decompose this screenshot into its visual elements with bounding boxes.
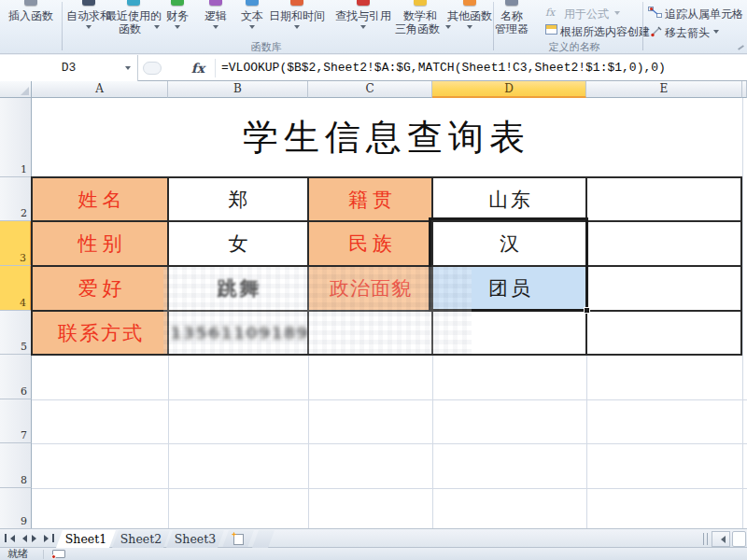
autosum-icon [82, 0, 95, 6]
dropdown-arrow-icon[interactable] [294, 25, 300, 32]
trace-dependents-icon [648, 7, 662, 18]
cell-c2[interactable]: 籍贯 [308, 177, 432, 221]
column-header-a[interactable]: A [32, 81, 168, 98]
cell-c3[interactable]: 民族 [308, 221, 432, 266]
dropdown-arrow-icon[interactable] [213, 25, 218, 32]
status-bar: 就绪 [0, 547, 747, 560]
excel-window: 插入函数 自动求和 最近使用的 函数 财务 逻辑 文本 日期和时间 查找与引用 … [0, 0, 747, 560]
table-border [31, 265, 742, 267]
recently-used-icon [127, 0, 140, 6]
cell-e2[interactable] [586, 177, 742, 221]
insert-worksheet-button[interactable] [222, 530, 254, 548]
name-box-dropdown-icon[interactable] [125, 66, 131, 73]
tab-ghost [252, 530, 275, 548]
dropdown-arrow-icon[interactable] [154, 25, 160, 32]
first-sheet-button[interactable] [4, 532, 16, 544]
cell-a5[interactable]: 联系方式 [32, 311, 168, 355]
previous-sheet-button[interactable] [17, 532, 29, 544]
cell-b3[interactable]: 女 [168, 221, 308, 266]
cell-c4[interactable]: 政治面貌 [308, 266, 432, 311]
cell-b4[interactable]: 跳舞 [168, 266, 308, 311]
dropdown-arrow-icon[interactable] [445, 25, 451, 32]
financial-icon [171, 0, 184, 6]
cell-b5-text: 13561109189 [170, 323, 309, 343]
formula-bar: D3 fx =VLOOKUP($B$2,Sheet2!$A:$G,MATCH(S… [0, 54, 747, 81]
dropdown-arrow-icon[interactable] [467, 25, 472, 32]
column-header-c[interactable]: C [308, 81, 432, 98]
row-header-6[interactable]: 6 [0, 355, 32, 399]
dropdown-arrow-icon[interactable] [360, 25, 366, 32]
table-border [31, 176, 742, 178]
remove-arrows-button[interactable]: 移去箭头 [665, 25, 712, 41]
cell-d2[interactable]: 山东 [432, 177, 586, 221]
trace-dependents-button[interactable]: 追踪从属单元格 [665, 7, 747, 22]
use-in-formula-icon: fx [545, 7, 558, 18]
merged-title-cell[interactable]: 学生信息查询表 [32, 98, 741, 176]
cell-b2[interactable]: 郑 [168, 177, 308, 221]
column-header-e[interactable]: E [586, 81, 742, 98]
gridline [742, 98, 743, 528]
tab-sheet2[interactable]: Sheet2 [112, 530, 170, 548]
math-trig-icon [414, 0, 427, 6]
use-in-formula-button[interactable]: 用于公式 [560, 7, 613, 22]
last-sheet-button[interactable] [43, 532, 55, 544]
column-header-b[interactable]: B [168, 81, 308, 98]
column-header-d-selected[interactable]: D [432, 81, 586, 98]
row-header-5[interactable]: 5 [0, 311, 32, 355]
tab-sheet3[interactable]: Sheet3 [166, 530, 224, 548]
cell-d4-selected[interactable]: 团员 [432, 266, 586, 311]
gridline [32, 443, 747, 444]
tab-splitter-handle[interactable] [703, 533, 708, 545]
select-all-corner[interactable] [0, 81, 32, 98]
more-functions-icon [463, 0, 476, 6]
insert-worksheet-icon [233, 534, 244, 545]
cell-a4[interactable]: 爱好 [32, 266, 168, 311]
recently-used-button-line2[interactable]: 函数 [104, 21, 156, 37]
dropdown-arrow-icon[interactable] [713, 30, 719, 36]
cell-d5[interactable] [432, 311, 586, 355]
function-library-group-label: 函数库 [215, 40, 317, 54]
scroll-left-button[interactable] [712, 531, 730, 547]
dropdown-arrow-icon[interactable] [86, 25, 92, 32]
column-header-partial[interactable] [742, 81, 747, 98]
cell-c5[interactable] [308, 311, 432, 355]
insert-function-button[interactable]: 插入函数 [4, 8, 58, 24]
cell-e3[interactable] [586, 221, 742, 266]
defined-names-group-label: 定义的名称 [523, 40, 626, 54]
macro-record-icon[interactable] [52, 550, 65, 558]
cell-d3-active[interactable]: 汉 [432, 221, 586, 266]
date-time-button[interactable]: 日期和时间 [263, 8, 331, 24]
create-from-selection-button[interactable]: 根据所选内容创建 [560, 24, 663, 40]
formula-bar-divider [215, 59, 216, 77]
insert-function-fx-button[interactable]: fx [183, 55, 213, 81]
cell-a2[interactable]: 姓名 [32, 177, 168, 221]
row-header-9[interactable]: 9 [0, 488, 32, 528]
formula-input[interactable]: =VLOOKUP($B$2,Sheet2!$A:$G,MATCH(Sheet1!… [221, 55, 744, 81]
row-header-2[interactable]: 2 [0, 177, 32, 221]
formula-buttons-collapsed [143, 62, 162, 75]
dropdown-arrow-icon[interactable] [175, 25, 180, 32]
cell-e5[interactable] [586, 311, 742, 355]
row-header-1[interactable]: 1 [0, 98, 32, 177]
math-trig-button-line2[interactable]: 三角函数 [392, 21, 443, 37]
name-manager-button-line2[interactable]: 管理器 [484, 21, 540, 37]
partial-icon [738, 45, 744, 50]
lookup-reference-button[interactable]: 查找与引用 [330, 8, 397, 24]
next-sheet-button[interactable] [30, 532, 42, 544]
dropdown-arrow-icon[interactable] [249, 25, 255, 32]
cell-e4[interactable] [586, 266, 742, 311]
row-header-4-selected[interactable]: 4 [0, 266, 32, 311]
row-header-3-selected[interactable]: 3 [0, 221, 32, 266]
row-header-7[interactable]: 7 [0, 399, 32, 443]
insert-function-icon [24, 0, 37, 6]
svg-text:fx: fx [545, 7, 557, 18]
tab-sheet1[interactable]: Sheet1 [56, 530, 116, 548]
cell-b5[interactable]: 13561109189 [168, 311, 308, 355]
name-box[interactable]: D3 [0, 55, 138, 81]
cell-a3[interactable]: 性别 [32, 221, 168, 266]
row-header-8[interactable]: 8 [0, 443, 32, 488]
table-border [31, 354, 742, 356]
horizontal-scrollbar-thumb[interactable] [732, 531, 746, 547]
select-all-triangle-icon [21, 87, 29, 95]
gridline [32, 488, 747, 489]
